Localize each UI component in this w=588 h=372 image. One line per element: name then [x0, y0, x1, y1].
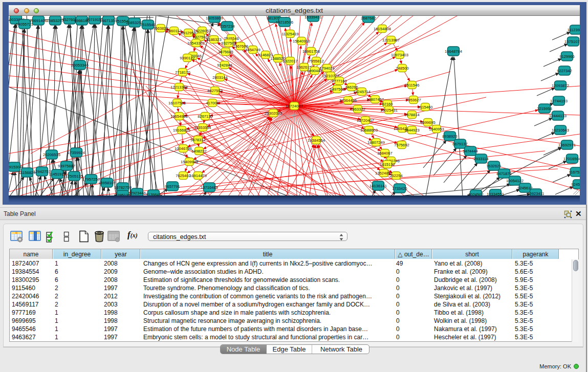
svg-text:12923446: 12923446 — [128, 191, 146, 195]
svg-text:9115460: 9115460 — [418, 105, 433, 110]
svg-text:16210643: 16210643 — [552, 128, 569, 133]
svg-text:12744193: 12744193 — [550, 99, 568, 103]
svg-text:9242848: 9242848 — [217, 63, 232, 68]
svg-text:11325419: 11325419 — [281, 32, 298, 36]
svg-text:8267130: 8267130 — [198, 114, 213, 119]
svg-text:7663822: 7663822 — [153, 26, 168, 31]
svg-text:7955812: 7955812 — [309, 59, 324, 63]
svg-text:20053346: 20053346 — [71, 63, 89, 68]
svg-text:16648784: 16648784 — [445, 49, 462, 54]
svg-text:9129966: 9129966 — [559, 54, 575, 59]
svg-text:12444133: 12444133 — [549, 114, 567, 118]
svg-text:5678312: 5678312 — [190, 138, 206, 142]
svg-text:16053809: 16053809 — [206, 16, 223, 20]
svg-text:7632621: 7632621 — [486, 164, 502, 168]
svg-text:9777169: 9777169 — [332, 79, 347, 83]
svg-text:5498222: 5498222 — [191, 149, 207, 154]
svg-text:16543362: 16543362 — [187, 41, 205, 46]
svg-text:8938923: 8938923 — [442, 134, 458, 139]
svg-text:3215958: 3215958 — [537, 106, 552, 111]
svg-text:1167533: 1167533 — [569, 170, 580, 174]
svg-text:2718170: 2718170 — [175, 70, 190, 75]
svg-text:9327503: 9327503 — [192, 35, 208, 39]
svg-text:7625402: 7625402 — [176, 173, 191, 178]
svg-text:8454749: 8454749 — [245, 48, 260, 52]
svg-text:2687682: 2687682 — [361, 16, 376, 20]
svg-text:8427552: 8427552 — [207, 89, 223, 93]
svg-text:2803144: 2803144 — [212, 75, 228, 80]
svg-text:10046786: 10046786 — [175, 146, 192, 151]
svg-text:252254: 252254 — [389, 173, 402, 178]
svg-text:10688603: 10688603 — [360, 128, 378, 133]
svg-text:10973403: 10973403 — [391, 53, 408, 57]
svg-text:7575692: 7575692 — [394, 143, 409, 147]
svg-text:9227342: 9227342 — [557, 69, 572, 73]
svg-text:12505135: 12505135 — [66, 174, 83, 179]
svg-text:15226053: 15226053 — [193, 29, 211, 33]
svg-text:18724007: 18724007 — [286, 104, 303, 108]
svg-text:6322017: 6322017 — [282, 59, 298, 63]
svg-text:7357234: 7357234 — [220, 24, 235, 29]
svg-text:6497508: 6497508 — [330, 87, 345, 92]
svg-text:10853257: 10853257 — [47, 18, 64, 23]
svg-text:1733426: 1733426 — [392, 186, 407, 191]
svg-text:25302023: 25302023 — [265, 111, 282, 116]
svg-text:18245714: 18245714 — [353, 90, 371, 94]
svg-text:417006: 417006 — [206, 101, 219, 105]
svg-text:27364436: 27364436 — [339, 98, 357, 103]
svg-text:15751074: 15751074 — [564, 39, 580, 44]
svg-text:16958107: 16958107 — [98, 181, 116, 185]
svg-text:11353594: 11353594 — [194, 125, 211, 130]
svg-text:1640953: 1640953 — [429, 127, 444, 132]
svg-text:17016504: 17016504 — [563, 157, 580, 161]
svg-text:3684067: 3684067 — [377, 151, 393, 156]
svg-text:93975887: 93975887 — [58, 164, 75, 168]
svg-text:3915304: 3915304 — [9, 165, 22, 169]
svg-text:7511546: 7511546 — [405, 83, 420, 87]
svg-text:8186323: 8186323 — [206, 37, 222, 42]
svg-text:13716485: 13716485 — [201, 185, 218, 190]
svg-text:15640910: 15640910 — [293, 39, 310, 43]
svg-text:10025431: 10025431 — [380, 108, 398, 113]
svg-text:18807249: 18807249 — [367, 140, 385, 145]
svg-text:6679137: 6679137 — [452, 142, 468, 146]
svg-text:12213967: 12213967 — [382, 38, 400, 42]
svg-text:7863322: 7863322 — [350, 107, 365, 112]
svg-text:2933114: 2933114 — [474, 157, 489, 161]
svg-text:10054122: 10054122 — [506, 179, 524, 183]
svg-text:9699695: 9699695 — [420, 120, 435, 125]
svg-text:17957253: 17957253 — [82, 177, 100, 182]
svg-text:62160: 62160 — [382, 102, 393, 106]
svg-text:17359924: 17359924 — [68, 150, 85, 155]
svg-text:9657791: 9657791 — [165, 184, 180, 189]
svg-text:16782759: 16782759 — [114, 185, 132, 190]
svg-text:10923411: 10923411 — [527, 191, 544, 195]
svg-text:12213369: 12213369 — [170, 85, 188, 90]
svg-text:13692971: 13692971 — [558, 143, 576, 147]
svg-text:16961758: 16961758 — [302, 49, 320, 54]
svg-text:9390122: 9390122 — [180, 56, 195, 60]
svg-text:14136141: 14136141 — [369, 184, 387, 188]
svg-text:15720407: 15720407 — [357, 118, 374, 123]
svg-text:19218506: 19218506 — [276, 20, 293, 25]
svg-text:7953627: 7953627 — [406, 98, 421, 102]
svg-text:16671355: 16671355 — [100, 18, 117, 23]
svg-text:748500: 748500 — [396, 66, 408, 71]
svg-text:9860112: 9860112 — [167, 29, 182, 33]
svg-text:10334551: 10334551 — [487, 192, 504, 195]
svg-text:16339431: 16339431 — [304, 16, 322, 19]
svg-text:16154808: 16154808 — [374, 27, 391, 31]
svg-text:19654985: 19654985 — [170, 114, 188, 119]
svg-text:12942757: 12942757 — [33, 169, 51, 174]
svg-text:3875685: 3875685 — [218, 50, 233, 54]
svg-text:15409948: 15409948 — [181, 160, 198, 164]
svg-text:9474444: 9474444 — [463, 149, 478, 154]
svg-text:9578814: 9578814 — [404, 113, 420, 117]
svg-text:20206535: 20206535 — [43, 152, 60, 157]
svg-text:16107523: 16107523 — [168, 101, 186, 105]
svg-text:8471876: 8471876 — [496, 171, 512, 176]
svg-text:11123944: 11123944 — [568, 28, 580, 32]
svg-text:9444923: 9444923 — [404, 128, 420, 133]
svg-text:9245032: 9245032 — [571, 182, 580, 187]
svg-text:16914479: 16914479 — [189, 173, 207, 178]
